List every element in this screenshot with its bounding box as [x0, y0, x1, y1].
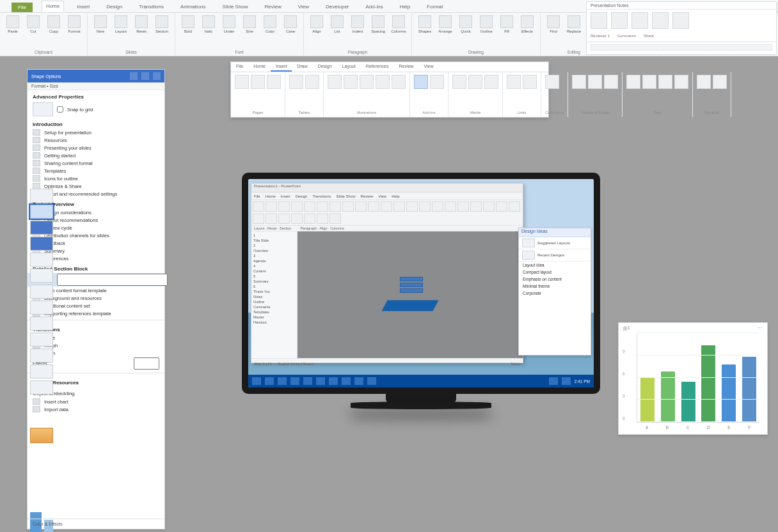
ribbon-btn-new[interactable]: New	[91, 15, 109, 41]
ribbon-btn-list[interactable]: List	[328, 15, 346, 41]
inner-outline-item[interactable]: Master	[253, 315, 295, 319]
chart-bar[interactable]	[661, 372, 675, 422]
slide-thumb-12[interactable]	[30, 364, 53, 379]
inner-tool-btn-icon[interactable]	[368, 201, 379, 212]
mini-tab-draw[interactable]: Draw	[292, 62, 312, 72]
intro-item[interactable]: Setup for presentation	[28, 129, 164, 136]
mini-tab-design[interactable]: Design	[313, 62, 337, 72]
inner-tool-btn-icon[interactable]	[317, 201, 328, 212]
slide-thumb-2[interactable]	[30, 205, 53, 219]
chart-bar[interactable]	[681, 382, 695, 422]
mini-group-btn-icon[interactable]	[376, 75, 390, 89]
inner-menu-view[interactable]: View	[378, 194, 386, 198]
mini-group-btn-icon[interactable]	[305, 75, 319, 89]
ribbon-btn-find[interactable]: Find	[544, 15, 562, 41]
inner-menu-home[interactable]: Home	[266, 194, 276, 198]
inner-tool-btn-icon[interactable]	[342, 201, 354, 212]
ribbon-btn-cut[interactable]: Cut	[24, 15, 42, 41]
task-icon[interactable]	[303, 377, 312, 385]
slide-thumb-8[interactable]	[30, 301, 53, 315]
inner-outline-item[interactable]: 6	[253, 285, 295, 288]
design-idea-item[interactable]: Emphasis on content	[519, 276, 591, 283]
chart-bar[interactable]	[701, 345, 715, 422]
side-panel-min-icon[interactable]	[141, 72, 149, 80]
inner-outline-item[interactable]: Templates	[253, 310, 295, 314]
related-item[interactable]: Import data	[28, 405, 164, 413]
mini-group-btn-icon[interactable]	[642, 75, 656, 89]
intro-item[interactable]: Templates	[28, 167, 164, 175]
ribbon-btn-paste[interactable]: Paste	[4, 15, 22, 41]
comments-icon[interactable]	[611, 12, 628, 29]
inner-tool-btn-icon[interactable]	[291, 214, 303, 224]
export-icon[interactable]	[652, 12, 669, 29]
mini-group-btn-icon[interactable]	[572, 75, 586, 89]
inner-menu-design[interactable]: Design	[296, 194, 308, 198]
inner-tool-btn-icon[interactable]	[419, 201, 431, 212]
inner-tool-btn-icon[interactable]	[266, 214, 277, 224]
inner-tool-btn-icon[interactable]	[278, 201, 290, 212]
notes-input[interactable]	[591, 44, 772, 51]
inner-tool-btn-icon[interactable]	[509, 201, 520, 212]
status-notes[interactable]: Notes	[511, 362, 520, 366]
notes-item-2[interactable]: Comments	[617, 34, 636, 38]
inner-tool-btn-icon[interactable]	[253, 214, 264, 224]
inner-menu-transitions[interactable]: Transitions	[312, 194, 331, 198]
mini-group-btn-icon[interactable]	[251, 75, 265, 89]
intro-item[interactable]: Sharing content format	[28, 159, 164, 167]
inner-tool-btn-icon[interactable]	[445, 201, 456, 212]
task-icon[interactable]	[342, 377, 351, 385]
slide-thumb-9[interactable]	[30, 317, 53, 331]
tray-icon[interactable]	[562, 377, 571, 385]
inner-app-window[interactable]: Presentation1 - PowerPoint FileHomeInser…	[251, 183, 523, 363]
mini-group-btn-icon[interactable]	[328, 75, 342, 89]
slide-thumb-6[interactable]	[30, 269, 53, 283]
slide-thumb-4[interactable]	[30, 237, 53, 251]
mini-group-btn-icon[interactable]	[713, 75, 727, 89]
inner-outline-item[interactable]: 4	[253, 264, 295, 268]
mini-group-btn-icon[interactable]	[289, 75, 303, 89]
task-icon[interactable]	[367, 377, 376, 385]
inner-outline-item[interactable]: 3	[253, 254, 295, 258]
inner-tool-btn-icon[interactable]	[317, 214, 328, 224]
mini-tab-references[interactable]: References	[361, 62, 394, 72]
history-icon[interactable]	[672, 12, 689, 29]
ribbon-tab-transitions[interactable]: Transitions	[135, 2, 168, 12]
slide-thumb-5[interactable]	[30, 253, 53, 267]
effects-input[interactable]	[134, 357, 159, 370]
inner-outline-item[interactable]: Comments	[253, 305, 295, 309]
ribbon-tab-design[interactable]: Design	[102, 2, 126, 12]
ribbon-tab-slideshow[interactable]: Slide Show	[219, 2, 252, 12]
inner-tool-btn-icon[interactable]	[381, 201, 392, 212]
chart-panel[interactable]: 1:1 ⋯ ABCDEF 036912	[618, 322, 768, 435]
snap-checkbox[interactable]	[57, 106, 63, 113]
mini-tab-review[interactable]: Review	[393, 62, 418, 72]
inner-outline-item[interactable]: Agenda	[253, 259, 295, 263]
related-item[interactable]: Insert chart	[28, 398, 164, 405]
inner-menu-review[interactable]: Review	[361, 194, 374, 198]
mini-group-btn-icon[interactable]	[235, 75, 249, 89]
task-icon[interactable]	[265, 377, 274, 385]
mini-group-btn-icon[interactable]	[545, 75, 559, 89]
slide-thumb-7[interactable]	[30, 285, 53, 299]
mini-group-btn-icon[interactable]	[626, 75, 640, 89]
ribbon-tab-developer[interactable]: Developer	[322, 2, 353, 12]
intro-item[interactable]: Resources	[28, 136, 164, 144]
ribbon-tab-format[interactable]: Format	[423, 2, 447, 12]
ribbon-btn-copy[interactable]: Copy	[45, 15, 63, 41]
mini-group-btn-icon[interactable]	[452, 75, 466, 89]
chart-bar[interactable]	[722, 364, 736, 422]
ribbon-btn-indent[interactable]: Indent	[349, 15, 367, 41]
inner-tool-btn-icon[interactable]	[483, 201, 495, 212]
inner-outline-item[interactable]: Notes	[253, 295, 295, 299]
side-panel-close-icon[interactable]	[153, 72, 161, 80]
mini-group-btn-icon[interactable]	[507, 75, 521, 89]
inner-tool-btn-icon[interactable]	[278, 214, 290, 224]
inner-app-outline[interactable]: 1Title Slide2Overview3Agenda4Content5Sum…	[251, 231, 298, 358]
ribbon-btn-quick[interactable]: Quick	[457, 15, 475, 41]
chart-bar[interactable]	[640, 378, 655, 423]
ribbon-btn-align[interactable]: Align	[308, 15, 326, 41]
ribbon-tab-review[interactable]: Review	[261, 2, 285, 12]
side-panel-titlebar[interactable]: Shape Options	[28, 70, 164, 82]
design-idea-item[interactable]: Corporate	[519, 290, 591, 297]
desktop-taskbar[interactable]: 2:41 PM	[248, 375, 594, 387]
